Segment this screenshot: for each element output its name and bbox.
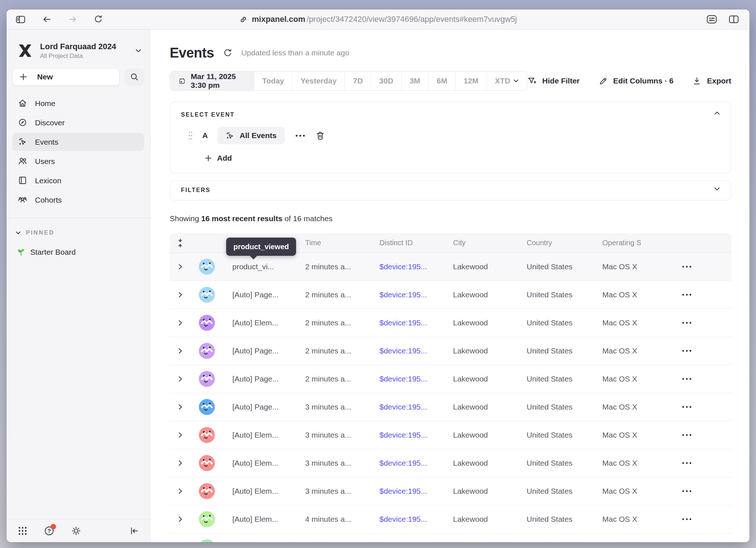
range-6m[interactable]: 6M <box>428 71 455 90</box>
event-name[interactable]: [Auto] Elem... <box>223 487 299 496</box>
row-actions-button[interactable] <box>673 462 731 465</box>
add-event-button[interactable]: Add <box>204 154 232 163</box>
help-button[interactable]: ? <box>44 525 55 536</box>
header-operating-system[interactable]: Operating S <box>596 239 673 247</box>
event-name[interactable]: [Auto] Page... <box>223 290 299 299</box>
sidebar-item-home[interactable]: Home <box>12 94 144 112</box>
sidebar-toggle-icon[interactable] <box>15 15 26 24</box>
range-7d[interactable]: 7D <box>344 71 371 90</box>
row-expand-button[interactable] <box>170 403 191 411</box>
row-actions-button[interactable] <box>673 434 731 437</box>
table-row[interactable]: [Auto] Elem... 2 minutes a... $device:19… <box>170 309 731 337</box>
delete-event-button[interactable] <box>316 131 325 141</box>
sidebar-item-users[interactable]: Users <box>12 152 144 170</box>
event-name[interactable]: [Auto] Elem... <box>223 318 299 327</box>
row-expand-button[interactable] <box>170 319 191 327</box>
event-name[interactable]: [Auto] Elem... <box>223 431 299 439</box>
table-row[interactable] <box>170 533 731 542</box>
row-expand-button[interactable] <box>170 515 191 523</box>
table-row[interactable]: [Auto] Page... 2 minutes a... $device:19… <box>170 337 731 365</box>
row-actions-button[interactable] <box>673 349 731 352</box>
sidebar-item-events[interactable]: Events <box>12 133 144 151</box>
row-expand-button[interactable] <box>170 263 191 271</box>
range-today[interactable]: Today <box>254 71 292 90</box>
event-name[interactable]: [Auto] Page... <box>223 375 299 383</box>
row-actions-button[interactable] <box>673 293 731 296</box>
collapse-all-rows-button[interactable] <box>170 238 191 248</box>
edit-columns-button[interactable]: Edit Columns · 6 <box>599 77 674 86</box>
row-expand-button[interactable] <box>170 347 191 355</box>
table-row[interactable]: [Auto] Elem... 3 minutes a... $device:19… <box>170 421 731 449</box>
header-time[interactable]: Time <box>299 239 373 247</box>
new-button[interactable]: New <box>12 68 119 86</box>
back-button[interactable] <box>42 15 52 24</box>
collapse-sidebar-icon[interactable] <box>129 526 139 536</box>
date-picker-button[interactable]: Mar 11, 2025 3:30 pm <box>170 71 254 90</box>
address-bar[interactable]: mixpanel.com/project/3472420/view/397469… <box>239 15 517 24</box>
drag-handle[interactable] <box>188 131 193 140</box>
event-name[interactable]: [Auto] Elem... <box>223 459 299 467</box>
event-name[interactable]: [Auto] Elem... <box>223 515 299 524</box>
range-3m[interactable]: 3M <box>401 71 428 90</box>
sidebar-item-starter-board[interactable]: Starter Board <box>17 248 150 257</box>
header-country[interactable]: Country <box>520 239 596 247</box>
row-expand-button[interactable] <box>170 375 191 383</box>
event-time: 2 minutes a... <box>299 262 373 271</box>
table-row[interactable]: [Auto] Page... 2 minutes a... $device:19… <box>170 281 731 309</box>
row-actions-button[interactable] <box>673 321 731 324</box>
header-distinct-id[interactable]: Distinct ID <box>373 239 446 247</box>
row-actions-button[interactable] <box>673 518 731 521</box>
event-more-options-button[interactable] <box>294 135 307 137</box>
forward-button[interactable] <box>68 15 78 24</box>
search-button[interactable] <box>125 68 144 86</box>
table-row[interactable]: [Auto] Elem... 4 minutes a... $device:19… <box>170 505 731 533</box>
sidebar-item-lexicon[interactable]: Lexicon <box>12 172 144 189</box>
distinct-id-link[interactable]: $device:195... <box>373 290 446 299</box>
distinct-id-link[interactable]: $device:195... <box>373 403 446 411</box>
event-selector-chip[interactable]: All Events <box>217 127 285 144</box>
table-row[interactable]: [Auto] Elem... 3 minutes a... $device:19… <box>170 477 731 505</box>
refresh-icon[interactable] <box>223 48 233 58</box>
distinct-id-link[interactable]: $device:195... <box>373 487 446 496</box>
row-expand-button[interactable] <box>170 459 191 467</box>
distinct-id-link[interactable]: $device:195... <box>373 347 446 355</box>
row-expand-button[interactable] <box>170 291 191 299</box>
distinct-id-link[interactable]: $device:195... <box>373 318 446 327</box>
event-name[interactable]: [Auto] Page... <box>223 347 299 355</box>
collapse-section-chevron-up[interactable] <box>713 111 721 116</box>
range-30d[interactable]: 30D <box>371 71 401 90</box>
sidebar-item-cohorts[interactable]: Cohorts <box>12 191 144 209</box>
apps-grid-icon[interactable] <box>17 526 28 536</box>
pinned-section-header[interactable]: PINNED <box>15 230 150 236</box>
project-switcher[interactable]: Lord Farquaad 2024 All Project Data <box>7 30 150 60</box>
row-actions-button[interactable] <box>673 265 731 268</box>
range-xtd[interactable]: XTD <box>487 71 527 90</box>
row-actions-button[interactable] <box>673 377 731 380</box>
header-city[interactable]: City <box>446 239 520 247</box>
reload-button[interactable] <box>94 15 103 24</box>
row-actions-button[interactable] <box>673 490 731 493</box>
distinct-id-link[interactable]: $device:195... <box>373 515 446 524</box>
country-value: United States <box>520 290 596 299</box>
distinct-id-link[interactable]: $device:195... <box>373 262 446 271</box>
row-actions-button[interactable] <box>673 406 731 408</box>
event-name[interactable]: [Auto] Page... <box>223 403 299 411</box>
distinct-id-link[interactable]: $device:195... <box>373 431 446 439</box>
settings-gear-icon[interactable] <box>71 525 82 536</box>
table-row[interactable]: [Auto] Page... 3 minutes a... $device:19… <box>170 393 731 421</box>
page-settings-icon[interactable] <box>706 14 717 24</box>
table-row[interactable]: [Auto] Elem... 3 minutes a... $device:19… <box>170 449 731 477</box>
distinct-id-link[interactable]: $device:195... <box>373 459 446 467</box>
sidebar-item-discover[interactable]: Discover <box>12 114 144 132</box>
table-row[interactable]: [Auto] Page... 2 minutes a... $device:19… <box>170 365 731 393</box>
range-yesterday[interactable]: Yesterday <box>292 71 344 90</box>
split-view-icon[interactable] <box>728 15 739 24</box>
event-name[interactable]: product_vi... <box>223 262 299 271</box>
hide-filter-button[interactable]: Hide Filter <box>527 77 580 85</box>
row-expand-button[interactable] <box>170 431 191 439</box>
expand-section-chevron-down[interactable] <box>713 187 721 191</box>
range-12m[interactable]: 12M <box>455 71 487 90</box>
row-expand-button[interactable] <box>170 487 191 495</box>
export-button[interactable]: Export <box>692 77 731 86</box>
distinct-id-link[interactable]: $device:195... <box>373 375 446 383</box>
